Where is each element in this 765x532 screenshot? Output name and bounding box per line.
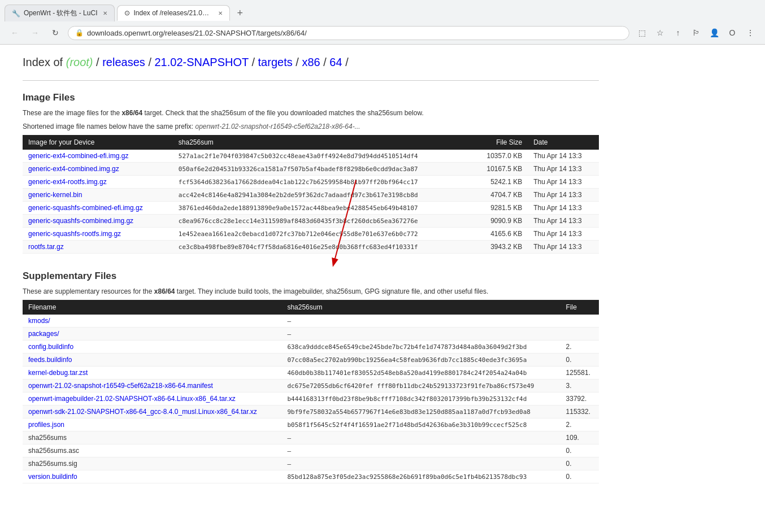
supp-file-link[interactable]: feeds.buildinfo	[28, 356, 72, 364]
date-cell: Thu Apr 14 13:3	[528, 189, 599, 202]
file-name-cell[interactable]: generic-squashfs-combined.img.gz	[23, 215, 173, 228]
sep4: /	[295, 56, 302, 68]
supp-name-cell[interactable]: openwrt-21.02-snapshot-r16549-c5ef62a218…	[23, 380, 281, 393]
menu-button[interactable]: ⋮	[742, 25, 758, 41]
supp-name-cell[interactable]: openwrt-sdk-21.02-SNAPSHOT-x86-64_gcc-8.…	[23, 405, 281, 418]
nav-bar: ← → ↻ 🔒 ⬚ ☆ ↑ 🏳 👤 O ⋮	[0, 21, 765, 44]
tab-luci-close[interactable]: ✕	[103, 10, 107, 16]
supp-table-header: Filename sha256sum File	[23, 300, 599, 315]
image-table-header: Image for your Device sha256sum File Siz…	[23, 135, 599, 150]
file-link[interactable]: generic-ext4-combined.img.gz	[28, 165, 119, 173]
snapshot-link[interactable]: 21.02-SNAPSHOT	[155, 56, 249, 68]
opera-button[interactable]: O	[724, 25, 740, 41]
supp-file-link[interactable]: profiles.json	[28, 421, 64, 429]
size-cell: 10357.0 KB	[472, 150, 528, 163]
tab-luci-title: OpenWrt - 软件包 - LuCI	[24, 8, 97, 18]
supp-file-link[interactable]: openwrt-21.02-snapshot-r16549-c5ef62a218…	[28, 382, 213, 390]
supplementary-files-desc: These are supplementary resources for th…	[23, 286, 599, 296]
size-cell: 9281.5 KB	[472, 202, 528, 215]
image-files-section: Image Files These are the image files fo…	[23, 92, 599, 254]
table-row: openwrt-imagebuilder-21.02-SNAPSHOT-x86-…	[23, 393, 599, 405]
root-link[interactable]: (root)	[66, 56, 93, 68]
supp-size-cell: 0.	[560, 470, 599, 483]
file-name-cell[interactable]: rootfs.tar.gz	[23, 241, 173, 254]
table-row: sha256sums.asc – 0.	[23, 444, 599, 457]
releases-link[interactable]: releases	[102, 56, 145, 68]
supp-file-link[interactable]: openwrt-imagebuilder-21.02-SNAPSHOT-x86-…	[28, 395, 236, 403]
date-cell: Thu Apr 14 13:3	[528, 176, 599, 189]
supp-file-link[interactable]: config.buildinfo	[28, 343, 73, 351]
file-link[interactable]: generic-kernel.bin	[28, 191, 82, 199]
supp-file-link[interactable]: kmods/	[28, 317, 50, 325]
size-cell: 3943.2 KB	[472, 241, 528, 254]
file-link[interactable]: generic-squashfs-combined.img.gz	[28, 217, 133, 225]
file-link[interactable]: generic-squashfs-rootfs.img.gz	[28, 230, 121, 238]
supp-name-cell[interactable]: version.buildinfo	[23, 470, 281, 483]
supp-sha256-cell: –	[281, 431, 560, 444]
extensions-button[interactable]: ⬚	[634, 25, 650, 41]
supp-sha256-cell: 460db0b38b117401ef830552d548eb8a520ad419…	[281, 367, 560, 380]
supp-size-cell: 33792.	[560, 393, 599, 405]
supp-name-cell[interactable]: profiles.json	[23, 418, 281, 431]
supp-name-cell[interactable]: kernel-debug.tar.zst	[23, 367, 281, 380]
forward-button[interactable]: →	[27, 25, 43, 41]
browser-actions: ⬚ ☆ ↑ 🏳 👤 O ⋮	[634, 25, 758, 41]
supp-name-cell: sha256sums.sig	[23, 457, 281, 470]
tab-index-close[interactable]: ✕	[218, 10, 223, 16]
table-row: openwrt-sdk-21.02-SNAPSHOT-x86-64_gcc-8.…	[23, 405, 599, 418]
file-name-cell[interactable]: generic-kernel.bin	[23, 189, 173, 202]
table-row: profiles.json b058f1f5645c52f4f4f16591ae…	[23, 418, 599, 431]
file-link[interactable]: generic-squashfs-combined-efi.img.gz	[28, 204, 143, 212]
file-name-cell[interactable]: generic-ext4-rootfs.img.gz	[23, 176, 173, 189]
size-cell: 9090.9 KB	[472, 215, 528, 228]
supp-sha256-cell: –	[281, 328, 560, 341]
supp-size-cell: 2.	[560, 341, 599, 354]
file-name-cell[interactable]: generic-ext4-combined-efi.img.gz	[23, 150, 173, 163]
file-name-cell[interactable]: generic-squashfs-rootfs.img.gz	[23, 228, 173, 241]
date-cell: Thu Apr 14 13:3	[528, 202, 599, 215]
supp-name-cell[interactable]: config.buildinfo	[23, 341, 281, 354]
col-date: Date	[528, 135, 599, 150]
supp-sha256-cell: 07cc08a5ec2702ab990bc19256ea4c58feab9636…	[281, 354, 560, 367]
sha256-cell: 38761ed460da2ede188913890e9a0e1572ac448b…	[173, 202, 472, 215]
table-row: kmods/ –	[23, 315, 599, 328]
profile-button[interactable]: 👤	[706, 25, 722, 41]
new-tab-button[interactable]: +	[232, 5, 247, 21]
refresh-button[interactable]: ↻	[47, 25, 63, 41]
supp-name-cell[interactable]: feeds.buildinfo	[23, 354, 281, 367]
supp-size-cell: 0.	[560, 354, 599, 367]
address-bar[interactable]: 🔒	[68, 26, 629, 40]
col-sha256: sha256sum	[173, 135, 472, 150]
file-link[interactable]: generic-ext4-rootfs.img.gz	[28, 178, 107, 186]
tab-index[interactable]: ⊙ Index of /releases/21.02-SNAP... ✕	[117, 5, 230, 21]
flag-button[interactable]: 🏳	[688, 25, 704, 41]
tab-luci-icon: 🔧	[12, 10, 20, 18]
sha256-cell: ce3c8ba498fbe89e8704cf7f58da6816e4016e25…	[173, 241, 472, 254]
64-link[interactable]: 64	[329, 56, 342, 68]
x86-link[interactable]: x86	[302, 56, 320, 68]
supp-file-link[interactable]: openwrt-sdk-21.02-SNAPSHOT-x86-64_gcc-8.…	[28, 408, 257, 416]
file-link[interactable]: rootfs.tar.gz	[28, 243, 64, 251]
share-button[interactable]: ↑	[670, 25, 686, 41]
supp-file-link[interactable]: packages/	[28, 330, 59, 338]
supp-file-link[interactable]: kernel-debug.tar.zst	[28, 369, 88, 377]
file-name-cell[interactable]: generic-ext4-combined.img.gz	[23, 163, 173, 176]
sep1: /	[96, 56, 102, 68]
supp-name-cell[interactable]: packages/	[23, 328, 281, 341]
address-input[interactable]	[87, 29, 622, 37]
table-row: generic-kernel.bin acc42e4c8146e4a82941a…	[23, 189, 599, 202]
targets-link[interactable]: targets	[258, 56, 293, 68]
supp-col-file: File	[560, 300, 599, 315]
date-cell: Thu Apr 14 13:3	[528, 241, 599, 254]
tab-luci[interactable]: 🔧 OpenWrt - 软件包 - LuCI ✕	[5, 5, 115, 21]
supp-name-cell[interactable]: openwrt-imagebuilder-21.02-SNAPSHOT-x86-…	[23, 393, 281, 405]
file-name-cell[interactable]: generic-squashfs-combined-efi.img.gz	[23, 202, 173, 215]
title-divider	[23, 80, 599, 81]
supp-size-cell: 3.	[560, 380, 599, 393]
supp-file-link[interactable]: version.buildinfo	[28, 473, 77, 481]
bookmark-button[interactable]: ☆	[652, 25, 668, 41]
supp-name-cell[interactable]: kmods/	[23, 315, 281, 328]
file-link[interactable]: generic-ext4-combined-efi.img.gz	[28, 152, 128, 160]
back-button[interactable]: ←	[7, 25, 23, 41]
image-files-desc2: Shortened image file names below have th…	[23, 121, 599, 132]
